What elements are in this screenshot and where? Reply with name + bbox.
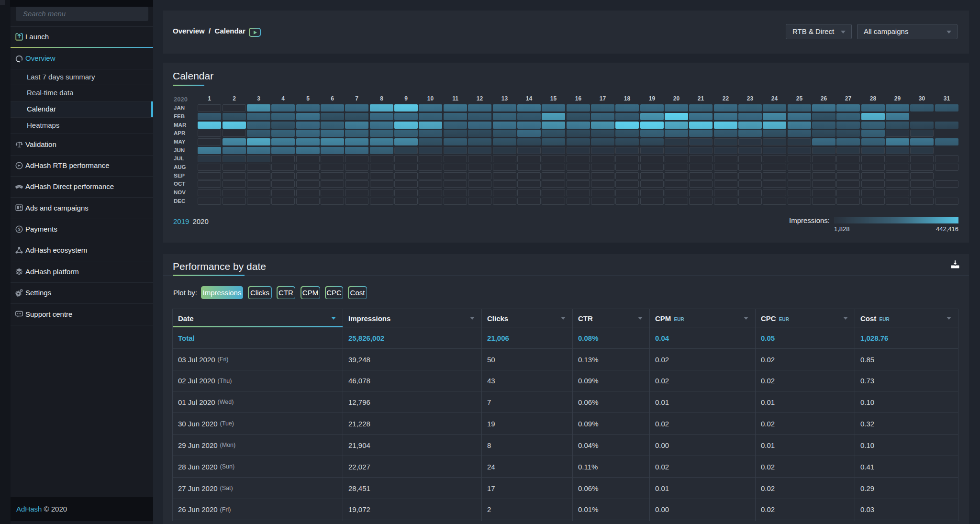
svg-text:$: $ [18,227,20,232]
